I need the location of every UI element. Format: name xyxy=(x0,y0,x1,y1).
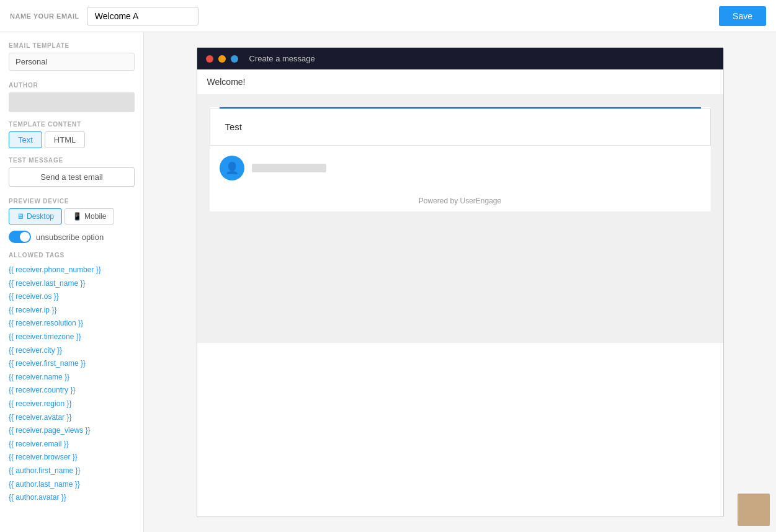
send-test-email-button[interactable]: Send a test email xyxy=(9,167,135,187)
mobile-icon: 📱 xyxy=(73,212,82,221)
tag-item[interactable]: {{ receiver.first_name }} xyxy=(9,357,135,371)
template-content-label: TEMPLATE CONTENT xyxy=(9,121,135,128)
tag-item[interactable]: {{ receiver.timezone }} xyxy=(9,330,135,344)
email-name-input[interactable] xyxy=(87,7,198,25)
allowed-tags-label: ALLOWED TAGS xyxy=(9,252,135,259)
desktop-label: Desktop xyxy=(27,212,54,221)
author-label: AUTHOR xyxy=(9,82,135,89)
tab-text[interactable]: Text xyxy=(9,131,42,148)
tag-item[interactable]: {{ receiver.name }} xyxy=(9,371,135,384)
browser-chrome: Create a message xyxy=(197,48,723,69)
avatar: 👤 xyxy=(220,156,244,180)
email-body-inner: Test 👤 Powered by UserEngage xyxy=(210,107,711,211)
tag-item[interactable]: {{ receiver.country }} xyxy=(9,384,135,397)
desktop-button[interactable]: 🖥 Desktop xyxy=(9,208,62,224)
desktop-icon: 🖥 xyxy=(17,212,24,221)
content-area: Create a message Welcome! Test 👤 xyxy=(144,32,776,532)
save-button[interactable]: Save xyxy=(719,6,766,26)
email-footer: 👤 xyxy=(210,146,711,190)
preview-device-group: 🖥 Desktop 📱 Mobile xyxy=(9,208,135,224)
tags-list: {{ receiver.phone_number }}{{ receiver.l… xyxy=(9,264,135,505)
template-input[interactable] xyxy=(9,53,135,71)
tag-item[interactable]: {{ receiver.ip }} xyxy=(9,304,135,317)
tag-item[interactable]: {{ author.avatar }} xyxy=(9,491,135,505)
tag-item[interactable]: {{ receiver.email }} xyxy=(9,438,135,451)
tag-item[interactable]: {{ receiver.last_name }} xyxy=(9,277,135,291)
unsubscribe-label: unsubscribe option xyxy=(36,233,104,242)
email-text-block: Test xyxy=(210,109,711,146)
sidebar: EMAIL TEMPLATE AUTHOR TEMPLATE CONTENT T… xyxy=(0,32,144,532)
email-text-content: Test xyxy=(225,122,243,132)
tag-item[interactable]: {{ receiver.page_views }} xyxy=(9,424,135,438)
tag-item[interactable]: {{ receiver.os }} xyxy=(9,290,135,304)
browser-dot-yellow xyxy=(218,55,226,63)
mobile-label: Mobile xyxy=(84,212,106,221)
mobile-button[interactable]: 📱 Mobile xyxy=(65,208,114,224)
tag-item[interactable]: {{ author.first_name }} xyxy=(9,464,135,478)
template-content-tabs: Text HTML xyxy=(9,131,135,148)
email-body: Test 👤 Powered by UserEngage xyxy=(197,95,723,343)
tag-item[interactable]: {{ receiver.resolution }} xyxy=(9,317,135,330)
author-placeholder xyxy=(9,92,135,112)
bottom-right-thumbnail xyxy=(738,494,770,526)
tab-html[interactable]: HTML xyxy=(45,131,85,148)
email-content: Welcome! Test 👤 Powered by xyxy=(197,69,723,343)
tag-item[interactable]: {{ receiver.avatar }} xyxy=(9,411,135,425)
tag-item[interactable]: {{ receiver.browser }} xyxy=(9,451,135,464)
browser-dot-blue xyxy=(231,55,238,63)
browser-dot-red xyxy=(206,55,213,63)
email-subject: Welcome! xyxy=(197,69,723,95)
name-your-email-label: NAME YOUR EMAIL xyxy=(10,12,79,20)
tag-item[interactable]: {{ receiver.phone_number }} xyxy=(9,264,135,277)
tag-item[interactable]: {{ author.last_name }} xyxy=(9,478,135,492)
email-preview: Create a message Welcome! Test 👤 xyxy=(197,47,724,517)
browser-title: Create a message xyxy=(249,54,315,63)
unsubscribe-toggle[interactable] xyxy=(9,231,31,243)
tag-item[interactable]: {{ receiver.city }} xyxy=(9,344,135,358)
preview-device-label: PREVIEW DEVICE xyxy=(9,198,135,205)
avatar-icon: 👤 xyxy=(225,161,239,175)
top-bar: NAME YOUR EMAIL Save xyxy=(0,0,776,32)
tag-item[interactable]: {{ receiver.region }} xyxy=(9,397,135,411)
unsubscribe-toggle-row: unsubscribe option xyxy=(9,231,135,243)
email-template-label: EMAIL TEMPLATE xyxy=(9,42,135,49)
test-message-label: TEST MESSAGE xyxy=(9,157,135,164)
main-layout: EMAIL TEMPLATE AUTHOR TEMPLATE CONTENT T… xyxy=(0,32,776,532)
author-info-placeholder xyxy=(252,164,326,172)
powered-by: Powered by UserEngage xyxy=(210,190,711,211)
